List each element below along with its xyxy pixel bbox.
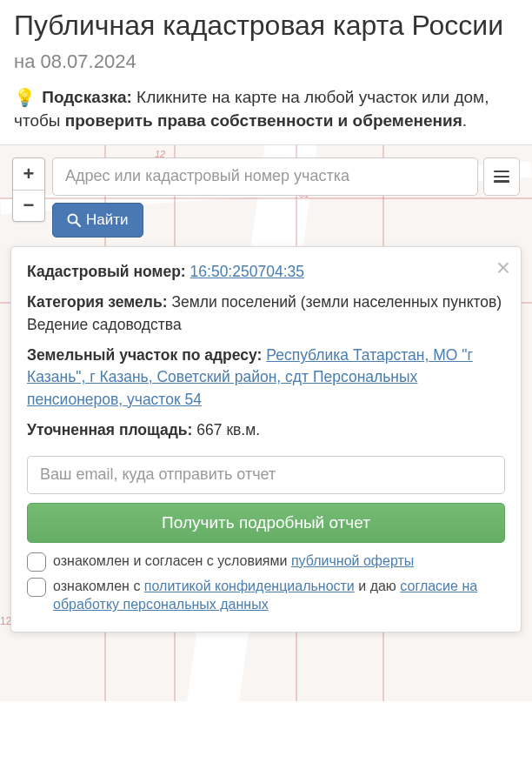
consent-offer-checkbox[interactable] — [27, 552, 46, 572]
find-button-label: Найти — [86, 211, 129, 229]
hamburger-icon — [494, 171, 509, 183]
hint-text-bold: проверить права собственности и обремене… — [65, 111, 462, 130]
privacy-policy-link[interactable]: политикой конфиденциальности — [144, 579, 355, 593]
consent-privacy-checkbox[interactable] — [27, 578, 46, 597]
consent-offer: ознакомлен и согласен с условиями публич… — [27, 552, 505, 572]
get-report-button[interactable]: Получить подробный отчет — [27, 503, 505, 543]
cadastral-number-label: Кадастровый номер: — [27, 263, 186, 280]
address-row: Земельный участок по адресу: Республика … — [27, 345, 505, 411]
info-panel: × Кадастровый номер: 16:50:250704:35 Кат… — [10, 246, 522, 632]
title-text: Публичная кадастровая карта России — [14, 10, 503, 41]
cadastral-number-link[interactable]: 16:50:250704:35 — [190, 263, 304, 280]
hint-label: Подсказка: — [42, 88, 132, 106]
public-offer-link[interactable]: публичной оферты — [291, 553, 414, 568]
area-label: Уточненная площадь: — [27, 421, 192, 438]
consent-privacy-text: ознакомлен с политикой конфиденциальност… — [53, 577, 505, 614]
address-label: Земельный участок по адресу: — [27, 346, 262, 364]
search-row — [52, 157, 478, 196]
consent-privacy: ознакомлен с политикой конфиденциальност… — [27, 577, 505, 614]
land-category-sub: Ведение садоводства — [27, 316, 182, 333]
hint-block: 💡 Подсказка: Кликните на карте на любой … — [0, 83, 532, 144]
search-input[interactable] — [52, 157, 478, 196]
land-category-label: Категория земель: — [27, 293, 168, 311]
area-value: 667 кв.м. — [196, 421, 260, 438]
map-container[interactable]: 12 31 122 + − Найти × Кадастровый номер:… — [0, 144, 532, 701]
search-icon — [67, 213, 81, 227]
find-button[interactable]: Найти — [52, 203, 143, 238]
consent-offer-text: ознакомлен и согласен с условиями публич… — [53, 552, 414, 571]
hint-text-2: . — [462, 111, 467, 130]
page-title: Публичная кадастровая карта России на 08… — [14, 9, 518, 76]
title-date: на 08.07.2024 — [14, 50, 136, 72]
lightbulb-icon: 💡 — [14, 86, 36, 110]
land-category-value: Земли поселений (земли населенных пункто… — [171, 293, 502, 311]
close-icon[interactable]: × — [496, 256, 510, 280]
email-field[interactable] — [27, 456, 505, 494]
page-header: Публичная кадастровая карта России на 08… — [0, 0, 532, 83]
land-category-row: Категория земель: Земли поселений (земли… — [27, 291, 505, 336]
zoom-in-button[interactable]: + — [13, 158, 44, 190]
cadastral-number-row: Кадастровый номер: 16:50:250704:35 — [27, 261, 505, 283]
svg-line-1 — [76, 222, 81, 226]
menu-button[interactable] — [483, 157, 520, 196]
area-row: Уточненная площадь: 667 кв.м. — [27, 419, 505, 441]
zoom-control: + − — [12, 157, 45, 222]
zoom-out-button[interactable]: − — [13, 190, 44, 221]
